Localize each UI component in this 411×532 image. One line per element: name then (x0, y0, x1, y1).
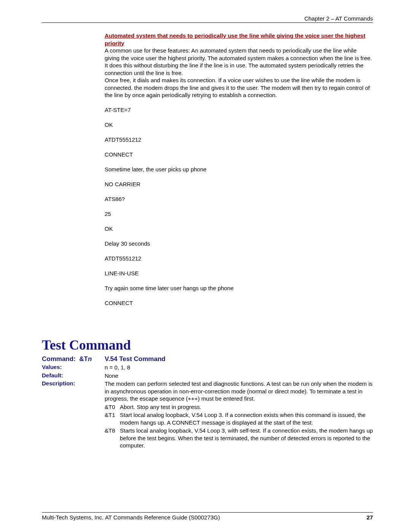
description-block: The modem can perform selected test and … (105, 380, 373, 449)
term-line: CONNECT (105, 151, 373, 158)
term-line: ATS86? (105, 195, 373, 203)
term-line: OK (105, 121, 373, 129)
option-code: &T1 (105, 411, 120, 426)
command-code-prefix: &T (79, 355, 88, 363)
scenario-terminal: AT-STE=7 OK ATDT5551212 CONNECT Sometime… (105, 99, 373, 315)
command-code-suffix: n (88, 355, 92, 363)
option-text: Abort. Stop any test in progress. (120, 403, 373, 411)
term-line: Sometime later, the user picks up phone (105, 166, 373, 173)
description-text: The modem can perform selected test and … (105, 380, 373, 403)
description-label: Description: (42, 380, 105, 449)
command-name: V.54 Test Command (105, 355, 373, 363)
default-label: Default: (42, 372, 105, 380)
scenario-block: Automated system that needs to periodica… (105, 32, 373, 314)
term-line: ATDT5551212 (105, 136, 373, 144)
values-label: Values: (42, 364, 105, 371)
default-row: Default: None (42, 372, 373, 380)
chapter-label: Chapter 2 – AT Commands (304, 15, 373, 22)
page-header: Chapter 2 – AT Commands (42, 15, 373, 23)
option-code: &T8 (105, 427, 120, 449)
scenario-para1: A common use for these features: An auto… (105, 47, 373, 77)
term-line: NO CARRIER (105, 181, 373, 188)
description-row: Description: The modem can perform selec… (42, 380, 373, 449)
page-footer: Multi-Tech Systems, Inc. AT Commands Ref… (42, 512, 373, 521)
values-text: n = 0, 1, 8 (105, 364, 373, 371)
option-text: Starts local analog loopback, V.54 Loop … (120, 427, 373, 449)
command-label-text: Command: (42, 355, 76, 363)
option-row: &T1 Start local analog loopback, V.54 Lo… (105, 411, 373, 426)
values-row: Values: n = 0, 1, 8 (42, 364, 373, 371)
term-line: 25 (105, 210, 373, 218)
section-title: Test Command (42, 337, 373, 353)
term-line: AT-STE=7 (105, 106, 373, 114)
term-line: OK (105, 225, 373, 233)
page: Chapter 2 – AT Commands Automated system… (0, 0, 411, 532)
scenario-title: Automated system that needs to periodica… (105, 32, 373, 47)
term-line: Try again some time later user hangs up … (105, 284, 373, 292)
term-line: Delay 30 seconds (105, 240, 373, 248)
command-label: Command: &Tn (42, 355, 105, 363)
scenario-para2: Once free, it dials and makes its connec… (105, 77, 373, 99)
default-text: None (105, 372, 373, 380)
term-line: ATDT5551212 (105, 255, 373, 262)
term-line: LINE-IN-USE (105, 270, 373, 277)
footer-text: Multi-Tech Systems, Inc. AT Commands Ref… (42, 514, 220, 521)
term-line: CONNECT (105, 299, 373, 307)
option-code: &T0 (105, 403, 120, 411)
command-header-row: Command: &Tn V.54 Test Command (42, 355, 373, 363)
footer-page-number: 27 (366, 514, 373, 521)
option-row: &T0 Abort. Stop any test in progress. (105, 403, 373, 411)
option-row: &T8 Starts local analog loopback, V.54 L… (105, 427, 373, 449)
option-text: Start local analog loopback, V.54 Loop 3… (120, 411, 373, 426)
